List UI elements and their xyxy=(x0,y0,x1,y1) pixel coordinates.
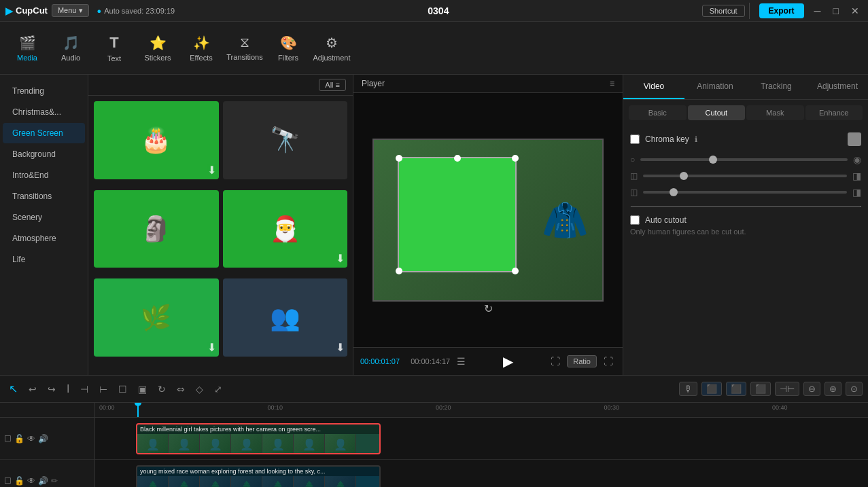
chroma-key-info-icon[interactable]: ℹ xyxy=(695,135,697,144)
slider-2[interactable] xyxy=(643,175,847,177)
track-lock-icon-2[interactable]: ☐ xyxy=(4,476,12,486)
rotate-handle[interactable]: ↻ xyxy=(484,302,493,315)
track-lock2-icon-2[interactable]: 🔓 xyxy=(14,476,24,486)
menu-button[interactable]: Menu ▾ xyxy=(52,4,89,17)
toolbar-stickers[interactable]: ⭐ Stickers xyxy=(137,25,178,71)
all-filter-button[interactable]: All ≡ xyxy=(319,79,346,91)
subtab-mask[interactable]: Mask xyxy=(746,105,804,120)
media-thumb-4[interactable]: 🎅 ⬇ xyxy=(223,190,348,268)
sidebar-item-scenery[interactable]: Scenery xyxy=(3,207,85,228)
cursor-tool[interactable]: ↖ xyxy=(5,381,21,397)
shortcut-button[interactable]: Shortcut xyxy=(702,5,745,17)
player-menu-icon[interactable]: ≡ xyxy=(610,79,614,88)
auto-cutout-row: Auto cutout xyxy=(630,215,861,225)
ff-icon: 👤 xyxy=(334,438,347,451)
crop-button[interactable]: ▣ xyxy=(135,382,150,396)
slider-row-1: ○ ◉ xyxy=(630,154,861,165)
overlay-button[interactable]: ⬛ xyxy=(750,382,771,396)
filmframe-2-4: 🌲 xyxy=(231,476,262,487)
time-total: 00:00:14:17 xyxy=(411,357,450,365)
resize-button[interactable]: ⤢ xyxy=(211,382,226,396)
play-button[interactable]: ▶ xyxy=(500,352,516,371)
track-eye-icon-1[interactable]: 👁 xyxy=(27,434,35,444)
minimize-button[interactable]: ─ xyxy=(811,4,824,18)
split-track-button[interactable]: ⊣⊢ xyxy=(775,382,799,396)
text-icon: T xyxy=(109,34,118,52)
sidebar-item-christmas[interactable]: Christmas&... xyxy=(3,102,85,122)
media-thumb-2[interactable]: 🔭 xyxy=(223,101,348,179)
player-area: Player ≡ 🧥 ↻ xyxy=(353,75,623,375)
track-audio-icon-2[interactable]: 🔊 xyxy=(38,476,48,486)
track-lock-icon-1[interactable]: ☐ xyxy=(4,434,12,444)
logo: ▶ CupCut xyxy=(5,5,48,16)
zoom-fit-button[interactable]: ⊙ xyxy=(846,382,863,396)
fit-button[interactable]: ⛶ xyxy=(548,355,563,368)
zoom-in-button[interactable]: ⊕ xyxy=(824,382,841,396)
toolbar-text[interactable]: T Text xyxy=(94,25,135,71)
sidebar-item-life[interactable]: Life xyxy=(3,249,85,270)
sidebar-item-introend[interactable]: Intro&End xyxy=(3,165,85,185)
rotate-button[interactable]: ↻ xyxy=(154,382,169,396)
ruler-mark-10: 00:10 xyxy=(268,404,283,411)
media-thumb-3[interactable]: 🗿 xyxy=(94,190,219,268)
video-frame[interactable]: 🧥 ↻ xyxy=(372,139,604,302)
sidebar-item-trending[interactable]: Trending xyxy=(3,81,85,101)
toolbar-audio[interactable]: 🎵 Audio xyxy=(50,25,91,71)
adjustment-icon: ⚙ xyxy=(326,35,338,51)
redo-button[interactable]: ↪ xyxy=(44,382,59,396)
split-left-button[interactable]: ⊣ xyxy=(77,382,92,396)
transitions-icon: ⧖ xyxy=(240,35,249,50)
ruler-mark-0: 00:00 xyxy=(99,404,115,411)
track-edit-icon-2[interactable]: ✏ xyxy=(51,476,58,486)
track-clip-2[interactable]: young mixed race woman exploring forest … xyxy=(136,465,381,487)
tab-adjustment[interactable]: Adjustment xyxy=(807,75,868,99)
tab-video[interactable]: Video xyxy=(623,75,684,99)
toolbar-effects[interactable]: ✨ Effects xyxy=(181,25,222,71)
video-clip-button2[interactable]: ⬛ xyxy=(726,382,746,396)
fullscreen-button[interactable]: ⛶ xyxy=(601,355,616,368)
track-lock2-icon-1[interactable]: 🔓 xyxy=(14,434,24,444)
delete-button[interactable]: ☐ xyxy=(115,382,131,396)
track-eye-icon-2[interactable]: 👁 xyxy=(27,476,35,486)
media-thumb-5[interactable]: 🌿 ⬇ xyxy=(94,278,219,357)
flip-button[interactable]: ⇔ xyxy=(173,382,188,396)
subtab-cutout[interactable]: Cutout xyxy=(688,105,746,120)
chroma-key-checkbox[interactable] xyxy=(630,134,640,144)
sidebar-item-atmosphere[interactable]: Atmosphere xyxy=(3,228,85,249)
undo-button[interactable]: ↩ xyxy=(25,382,40,396)
sidebar-item-background[interactable]: Background xyxy=(3,144,85,164)
mic-button[interactable]: 🎙 xyxy=(679,382,697,396)
track-audio-icon-1[interactable]: 🔊 xyxy=(38,434,48,444)
close-button[interactable]: ✕ xyxy=(848,4,863,18)
toolbar-adjustment[interactable]: ⚙ Adjustment xyxy=(311,25,352,71)
sidebar-item-transitions[interactable]: Transitions xyxy=(3,186,85,206)
subtab-enhance[interactable]: Enhance xyxy=(805,105,863,120)
list-view-button[interactable]: ☰ xyxy=(454,355,468,368)
toolbar-filters[interactable]: 🎨 Filters xyxy=(268,25,309,71)
sidebar-item-greenscreen[interactable]: Green Screen xyxy=(3,123,85,143)
video-clip-button[interactable]: ⬛ xyxy=(701,382,722,396)
color-picker[interactable] xyxy=(848,132,861,146)
ratio-button[interactable]: Ratio xyxy=(567,355,597,367)
tab-tracking[interactable]: Tracking xyxy=(746,75,807,99)
toolbar-transitions[interactable]: ⧖ Transitions xyxy=(224,25,265,71)
split-right-button[interactable]: ⊢ xyxy=(96,382,111,396)
track-clip-1[interactable]: Black millennial girl takes pictures wit… xyxy=(136,423,381,454)
right-panel: Video Animation Tracking Adjustment Basi… xyxy=(623,75,868,375)
toolbar-media[interactable]: 🎬 Media xyxy=(7,25,48,71)
slider-1[interactable] xyxy=(640,158,848,161)
subtab-basic[interactable]: Basic xyxy=(629,105,687,120)
split-button[interactable]: I xyxy=(63,382,73,397)
auto-cutout-checkbox[interactable] xyxy=(630,215,640,225)
tab-animation[interactable]: Animation xyxy=(684,75,746,99)
zoom-out-button[interactable]: ⊖ xyxy=(803,382,820,396)
media-thumb-1[interactable]: 🎂 ⬇ xyxy=(94,101,219,179)
playhead[interactable] xyxy=(137,403,139,417)
slider-3[interactable] xyxy=(643,191,847,194)
ff-icon2: 🌲 xyxy=(240,480,254,488)
export-button[interactable]: Export xyxy=(759,3,804,18)
keyframe-button[interactable]: ◇ xyxy=(192,382,207,396)
media-thumb-6[interactable]: 👥 ⬇ xyxy=(223,278,348,357)
maximize-button[interactable]: □ xyxy=(830,4,842,18)
filters-icon: 🎨 xyxy=(280,35,297,51)
